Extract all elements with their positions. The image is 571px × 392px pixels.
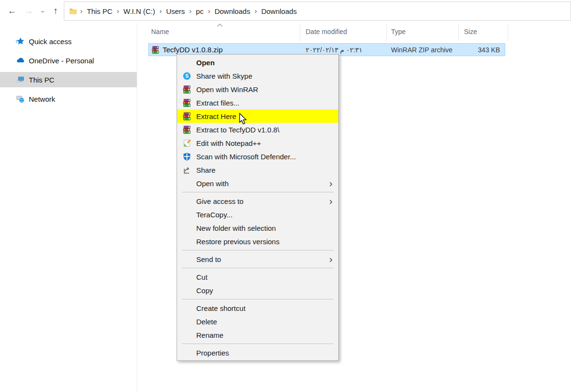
menu-item-properties[interactable]: Properties [177,346,338,359]
column-divider[interactable] [508,24,508,41]
breadcrumb-separator-icon: › [79,7,84,16]
breadcrumb-separator-icon: › [206,7,212,16]
breadcrumb-separator-icon: › [188,7,193,16]
menu-item-rename[interactable]: Rename [177,328,338,342]
column-header-size[interactable]: Size [464,28,477,36]
breadcrumb-downloads[interactable]: Downloads [212,5,253,17]
breadcrumb-separator-icon: › [158,7,163,16]
winrar-icon [183,112,192,120]
file-type: WinRAR ZIP archive [391,46,452,54]
menu-item-extract-here[interactable]: Extract Here [177,109,338,123]
menu-item-share[interactable]: Share [177,163,338,177]
breadcrumb-drive-c[interactable]: W.I.N (C:) [120,5,158,17]
breadcrumb-downloads-2[interactable]: Downloads [258,5,299,17]
sidebar-item-label: Quick access [29,37,71,46]
menu-item-send-to[interactable]: Send to › [177,252,338,266]
menu-separator [182,268,333,268]
menu-item-extract-to-folder[interactable]: Extract to TecfyDD v1.0.8\ [177,123,338,136]
no-icon [183,210,192,219]
submenu-arrow-icon: › [329,196,333,206]
sidebar-item-onedrive[interactable]: OneDrive - Personal [0,53,137,68]
breadcrumb-separator-icon: › [115,7,120,16]
notepad-plus-plus-icon [183,139,192,147]
menu-item-teracopy[interactable]: TeraCopy... [177,208,338,221]
menu-item-give-access-to[interactable]: Give access to › [177,194,338,208]
menu-separator [182,250,333,250]
sidebar-item-quick-access[interactable]: Quick access [0,34,137,49]
file-explorer-window: S [0,0,571,392]
winrar-icon [183,125,192,134]
no-icon [183,237,192,246]
submenu-arrow-icon: › [329,254,333,264]
context-menu: Open Share with Skype Open with WinRAR E… [177,54,339,361]
chevron-down-icon: ⌄ [40,7,46,14]
forward-button[interactable]: → [23,4,35,18]
no-icon [183,286,192,295]
defender-shield-icon [183,152,192,161]
file-name: TecfyDD v1.0.8.zip [163,46,223,54]
no-icon [183,317,192,326]
pane-divider [137,23,137,392]
no-icon [183,179,192,188]
no-icon [183,304,192,312]
column-header-name[interactable]: Name [151,28,169,36]
no-icon [183,273,192,281]
menu-item-copy[interactable]: Copy [177,284,338,297]
column-header-type[interactable]: Type [391,28,405,36]
no-icon [183,331,192,339]
menu-separator [182,344,333,344]
winrar-icon [183,85,192,94]
breadcrumb-this-pc[interactable]: This PC [84,5,115,17]
skype-icon [183,71,192,80]
breadcrumb-separator-icon: › [253,7,258,16]
sidebar-item-network[interactable]: Network [0,91,137,107]
menu-item-cut[interactable]: Cut [177,270,338,284]
menu-separator [182,299,333,299]
menu-separator [182,192,333,192]
back-arrow-icon: ← [8,6,17,16]
file-date-modified: ٢٠٢٢/٠٢/١٣ م ٠٢:٣١ [306,46,362,54]
network-icon [16,95,24,103]
sidebar-item-label: OneDrive - Personal [29,57,94,65]
mouse-cursor-icon [239,113,247,125]
this-pc-monitor-icon [16,75,24,84]
forward-arrow-icon: → [24,6,34,16]
sidebar-item-label: This PC [29,76,54,84]
menu-item-new-folder-with-selection[interactable]: New folder with selection [177,221,338,235]
column-divider[interactable] [386,24,387,41]
column-divider[interactable] [300,24,300,41]
share-icon [183,166,192,174]
no-icon [183,58,192,67]
menu-item-scan-with-defender[interactable]: Scan with Microsoft Defender... [177,150,338,163]
menu-item-open[interactable]: Open [177,56,338,69]
folder-icon [69,7,78,15]
file-size: 343 KB [478,46,500,54]
winrar-icon [183,98,192,107]
winrar-archive-icon [152,46,159,54]
up-button[interactable]: ↑ [49,4,62,18]
menu-item-extract-files[interactable]: Extract files... [177,96,338,109]
column-divider[interactable] [458,24,459,41]
menu-item-open-with[interactable]: Open with › [177,177,338,190]
menu-item-delete[interactable]: Delete [177,315,338,328]
menu-item-edit-with-notepad-plus-plus[interactable]: Edit with Notepad++ [177,136,338,150]
no-icon [183,255,192,263]
navigation-pane: Quick access OneDrive - Personal This PC… [0,23,137,392]
breadcrumb-pc[interactable]: pc [193,5,206,17]
column-header-date-modified[interactable]: Date modified [306,28,347,36]
onedrive-cloud-icon [16,56,24,65]
menu-item-create-shortcut[interactable]: Create shortcut [177,301,338,315]
no-icon [183,197,192,205]
menu-item-restore-previous-versions[interactable]: Restore previous versions [177,235,338,248]
breadcrumb-users[interactable]: Users [163,5,188,17]
address-bar[interactable]: › This PC › W.I.N (C:) › Users › pc › Do… [64,1,571,21]
navigation-toolbar: ← → ⌄ ↑ › This PC › W.I.N (C:) › Users ›… [0,0,571,23]
sidebar-item-this-pc[interactable]: This PC [0,72,137,87]
submenu-arrow-icon: › [329,178,333,188]
back-button[interactable]: ← [6,4,18,18]
no-icon [183,348,192,357]
menu-item-open-with-winrar[interactable]: Open with WinRAR [177,83,338,96]
recent-locations-button[interactable]: ⌄ [38,3,47,17]
sidebar-item-label: Network [29,95,55,103]
menu-item-share-with-skype[interactable]: Share with Skype [177,69,338,83]
